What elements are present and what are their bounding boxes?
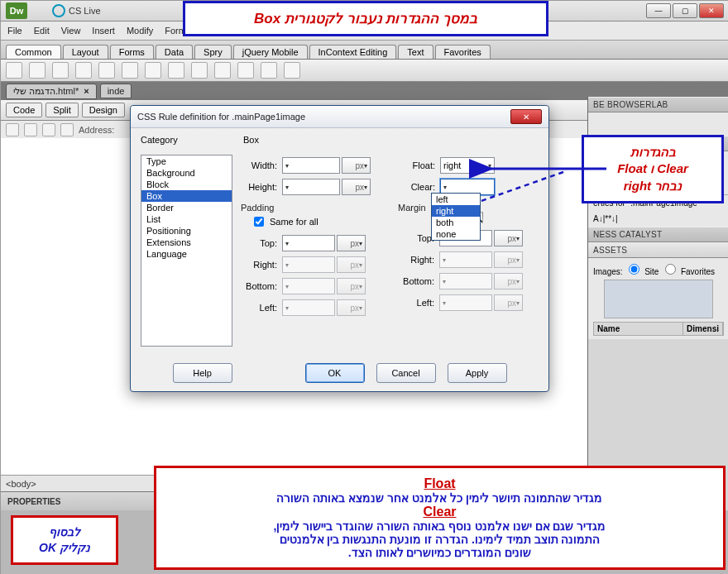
nav-back-icon[interactable] bbox=[6, 123, 19, 136]
col-dimensions[interactable]: Dimensi bbox=[683, 323, 723, 335]
apply-button[interactable]: Apply bbox=[448, 363, 507, 383]
tab-incontext[interactable]: InContext Editing bbox=[309, 45, 397, 59]
close-icon[interactable]: × bbox=[84, 86, 89, 96]
clear-option-left[interactable]: left bbox=[432, 194, 480, 205]
toolbar-icon[interactable] bbox=[191, 62, 208, 79]
panel-assets[interactable]: ASSETS bbox=[588, 242, 728, 258]
ok-button[interactable]: OK bbox=[305, 363, 365, 383]
cat-language[interactable]: Language bbox=[141, 248, 232, 260]
doc-tab[interactable]: inde bbox=[100, 84, 132, 98]
margin-bottom-input[interactable] bbox=[439, 273, 492, 289]
insert-tabstrip: Common Layout Forms Data Spry jQuery Mob… bbox=[1, 41, 728, 60]
height-unit-select[interactable]: px bbox=[342, 179, 371, 195]
toolbar-icon[interactable] bbox=[29, 62, 46, 79]
height-input[interactable] bbox=[282, 179, 340, 195]
tab-common[interactable]: Common bbox=[6, 45, 61, 59]
cat-background[interactable]: Background bbox=[141, 167, 232, 179]
padding-left-unit[interactable]: px bbox=[337, 299, 366, 316]
cat-type[interactable]: Type bbox=[141, 155, 232, 167]
toolbar-icon[interactable] bbox=[214, 62, 231, 79]
height-label: Height: bbox=[241, 182, 282, 192]
menu-modify[interactable]: Modify bbox=[127, 26, 153, 36]
tab-text[interactable]: Text bbox=[398, 45, 433, 59]
cat-box[interactable]: Box bbox=[141, 190, 232, 202]
dialog-titlebar[interactable]: CSS Rule definition for .mainPage1image … bbox=[131, 106, 548, 128]
clear-option-both[interactable]: both bbox=[432, 217, 480, 228]
help-button[interactable]: Help bbox=[173, 363, 232, 383]
tab-data[interactable]: Data bbox=[156, 45, 193, 59]
margin-bottom-unit[interactable]: px bbox=[494, 273, 523, 289]
menu-insert[interactable]: Insert bbox=[92, 26, 115, 36]
view-code-button[interactable]: Code bbox=[6, 103, 42, 117]
box-heading: Box bbox=[243, 135, 259, 145]
window-maximize[interactable]: ▢ bbox=[673, 3, 697, 18]
cslive-button[interactable]: CS Live bbox=[52, 4, 101, 17]
col-name[interactable]: Name bbox=[594, 323, 683, 335]
padding-top-unit[interactable]: px bbox=[337, 235, 366, 251]
callout-ok: לבסוף נקליק OK bbox=[11, 515, 118, 565]
callout-top: במסך ההגדרות נעבור לקטגורית Box bbox=[183, 1, 548, 36]
cat-list[interactable]: List bbox=[141, 213, 232, 225]
margin-left-input[interactable] bbox=[439, 294, 492, 311]
width-unit-select[interactable]: px bbox=[342, 157, 371, 174]
view-design-button[interactable]: Design bbox=[82, 103, 125, 117]
margin-right-unit[interactable]: px bbox=[494, 251, 523, 268]
padding-right-input[interactable] bbox=[282, 256, 335, 273]
padding-same-checkbox[interactable]: Same for all bbox=[251, 214, 381, 229]
toolbar-icon[interactable] bbox=[6, 62, 22, 79]
toolbar-icon[interactable] bbox=[122, 62, 138, 79]
tab-jquery[interactable]: jQuery Mobile bbox=[233, 45, 308, 59]
cslive-icon bbox=[52, 4, 65, 17]
radio-site[interactable]: Site bbox=[625, 267, 659, 276]
view-split-button[interactable]: Split bbox=[46, 103, 78, 117]
tab-forms[interactable]: Forms bbox=[110, 45, 154, 59]
toolbar-icon[interactable] bbox=[75, 62, 92, 79]
tab-favorites[interactable]: Favorites bbox=[435, 45, 491, 59]
category-list[interactable]: Type Background Block Box Border List Po… bbox=[141, 155, 232, 347]
margin-top-unit[interactable]: px bbox=[494, 230, 523, 246]
cat-block[interactable]: Block bbox=[141, 179, 232, 190]
tab-spry[interactable]: Spry bbox=[194, 45, 232, 59]
asset-preview bbox=[604, 280, 713, 318]
toolbar-icon[interactable] bbox=[52, 62, 69, 79]
nav-home-icon[interactable] bbox=[60, 123, 74, 136]
padding-right-unit[interactable]: px bbox=[337, 256, 366, 273]
panel-browserlab[interactable]: BE BROWSERLAB bbox=[588, 97, 728, 112]
nav-refresh-icon[interactable] bbox=[42, 123, 55, 136]
padding-bottom-input[interactable] bbox=[282, 278, 335, 294]
window-minimize[interactable]: — bbox=[646, 3, 671, 18]
window-close[interactable]: ✕ bbox=[699, 3, 724, 18]
toolbar-icon[interactable] bbox=[145, 62, 161, 79]
padding-top-input[interactable] bbox=[282, 235, 335, 251]
dialog-close-button[interactable]: ✕ bbox=[510, 109, 542, 124]
padding-left-input[interactable] bbox=[282, 299, 335, 316]
checkbox-icon[interactable] bbox=[254, 217, 264, 227]
panel-business-catalyst[interactable]: NESS CATALYST bbox=[588, 227, 728, 242]
menu-edit[interactable]: Edit bbox=[34, 26, 50, 36]
doc-tab[interactable]: הדגמה שלי.html*× bbox=[6, 84, 97, 99]
sort-row[interactable]: A↓|**↓| bbox=[588, 211, 728, 227]
clear-option-none[interactable]: none bbox=[432, 228, 480, 240]
menu-file[interactable]: File bbox=[7, 26, 22, 36]
margin-left-unit[interactable]: px bbox=[494, 294, 523, 311]
clear-options-list[interactable]: left right both none bbox=[431, 193, 481, 241]
margin-right-input[interactable] bbox=[439, 251, 492, 268]
toolbar-icon[interactable] bbox=[98, 62, 115, 79]
tab-layout[interactable]: Layout bbox=[63, 45, 108, 59]
toolbar-icon[interactable] bbox=[168, 62, 184, 79]
toolbar-icon[interactable] bbox=[237, 62, 254, 79]
menu-view[interactable]: View bbox=[61, 26, 81, 36]
cat-border[interactable]: Border bbox=[141, 202, 232, 213]
cat-positioning[interactable]: Positioning bbox=[141, 225, 232, 237]
clear-label: Clear: bbox=[399, 182, 440, 192]
padding-bottom-unit[interactable]: px bbox=[337, 278, 366, 294]
nav-fwd-icon[interactable] bbox=[24, 123, 37, 136]
cancel-button[interactable]: Cancel bbox=[376, 363, 436, 383]
toolbar-icon[interactable] bbox=[284, 62, 300, 79]
width-input[interactable] bbox=[282, 157, 340, 174]
clear-option-right[interactable]: right bbox=[432, 205, 480, 217]
radio-favorites[interactable]: Favorites bbox=[661, 267, 715, 276]
cat-extensions[interactable]: Extensions bbox=[141, 237, 232, 248]
toolbar-icon[interactable] bbox=[261, 62, 277, 79]
float-select[interactable]: right bbox=[440, 157, 495, 174]
